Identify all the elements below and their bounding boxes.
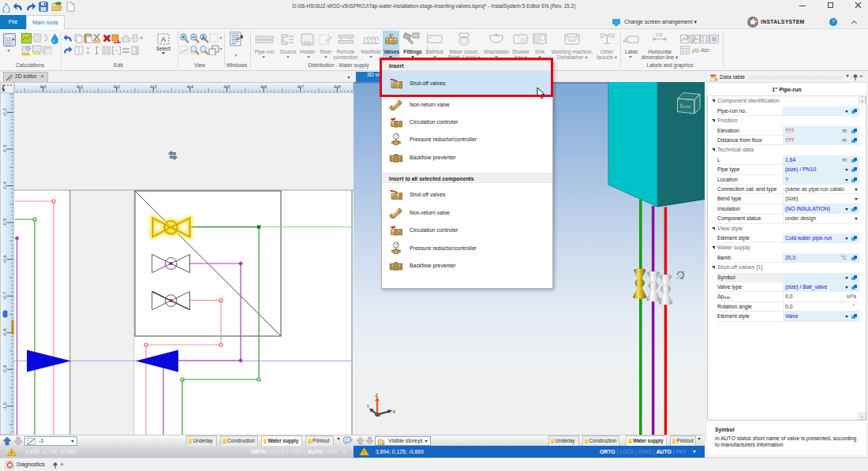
svg-text:-0,7: -0,7 <box>2 291 7 300</box>
svg-text:-0,4: -0,4 <box>2 181 7 190</box>
svg-text:!: ! <box>11 450 13 456</box>
svg-text:N: N <box>680 103 683 107</box>
svg-text:4,4: 4,4 <box>187 84 194 89</box>
svg-text:A: A <box>201 35 205 40</box>
svg-text:-0,9: -0,9 <box>2 364 7 373</box>
svg-text:4,3: 4,3 <box>150 84 157 89</box>
svg-text:4,6: 4,6 <box>260 84 268 89</box>
svg-text:-0,2: -0,2 <box>2 108 7 117</box>
svg-text:4,2: 4,2 <box>113 84 120 89</box>
svg-text:-0,6: -0,6 <box>2 255 7 264</box>
svg-text:4,1: 4,1 <box>77 84 84 89</box>
svg-text:!: ! <box>363 449 365 456</box>
svg-text:-0,8: -0,8 <box>2 328 7 337</box>
svg-text:-0,3: -0,3 <box>2 144 7 153</box>
svg-text:2.0: 2.0 <box>655 32 663 37</box>
svg-text:A: A <box>161 36 166 43</box>
svg-text:4,7: 4,7 <box>297 84 304 89</box>
svg-text:X: X <box>393 409 396 414</box>
svg-text:4,5: 4,5 <box>223 84 230 89</box>
svg-text:Y: Y <box>367 404 370 409</box>
svg-text:-1,0: -1,0 <box>2 402 7 410</box>
svg-text:4,0: 4,0 <box>39 84 47 89</box>
svg-text:4,8: 4,8 <box>334 84 341 89</box>
svg-text:-0,5: -0,5 <box>2 218 7 226</box>
